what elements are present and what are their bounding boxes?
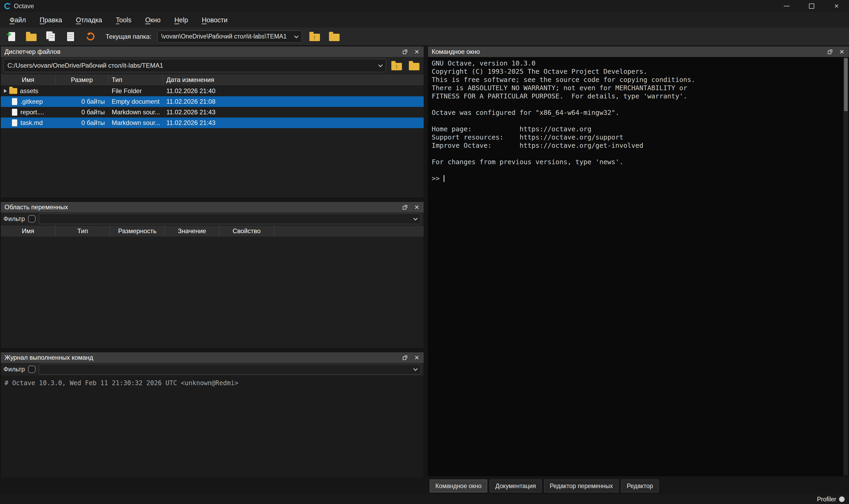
current-folder-combobox[interactable]: \vovan\OneDrive\Рабочий стол\it-labs\TEM… [157,31,302,43]
menu-news[interactable]: Новости [195,14,235,26]
terminal-line: Support resources: https://octave.org/su… [432,133,845,141]
dir-up-button[interactable]: ↑ [390,59,403,72]
chevron-down-icon [294,34,299,38]
browse-folder-button[interactable] [327,30,341,43]
command-window-panel: Командное окно × GNU Octave, version 10.… [428,46,849,476]
menu-help[interactable]: Help [167,14,195,26]
path-combobox[interactable]: C:/Users/vovan/OneDrive/Рабочий стол/it-… [3,59,386,72]
workspace-column-header-attribute[interactable]: Свойство [219,226,274,237]
terminal-line [432,150,845,158]
copy-icon [46,31,56,42]
scrollbar-thumb[interactable] [844,58,848,111]
workspace-column-header-class[interactable]: Тип [55,226,110,237]
current-folder-label: Текущая папка: [106,33,151,40]
maximize-icon [809,3,814,9]
close-panel-button[interactable]: × [412,203,421,212]
profiler-status-icon [839,496,845,502]
workspace-title: Область переменных [4,203,398,211]
files-column-header-name[interactable]: Имя [1,74,55,85]
open-file-button[interactable] [24,30,38,43]
history-list[interactable]: # Octave 10.3.0, Wed Feb 11 21:30:32 202… [1,376,424,478]
undock-button[interactable] [400,203,410,212]
filter-checkbox[interactable] [28,215,36,222]
dock-tabs: Командное окноДокументацияРедактор перем… [430,480,848,492]
minimize-button[interactable] [774,0,799,12]
maximize-button[interactable] [799,0,824,12]
menu-file[interactable]: Файл [3,14,33,26]
new-script-button[interactable]: + [5,30,19,43]
menu-tools[interactable]: Tools [109,14,138,26]
close-panel-button[interactable]: × [837,47,847,56]
folder-up-button[interactable]: ↑ [308,30,322,43]
undo-button[interactable] [83,30,97,43]
close-icon: × [414,47,419,56]
close-panel-button[interactable]: × [412,47,421,56]
tab-command-window[interactable]: Командное окно [430,480,487,492]
terminal-line [432,166,845,174]
history-titlebar[interactable]: Журнал выполненных команд × [1,352,424,363]
menu-debug[interactable]: Отладка [69,14,109,26]
chevron-down-icon [378,63,383,67]
files-column-header-modified[interactable]: Дата изменения [163,74,424,85]
workspace-titlebar[interactable]: Область переменных × [1,202,424,213]
terminal-line: For changes from previous versions, type… [432,158,845,166]
current-folder-value: \vovan\OneDrive\Рабочий стол\it-labs\TEM… [161,33,287,40]
folder-up-icon: ↑ [309,34,320,41]
paste-icon [67,32,74,41]
close-panel-button[interactable]: × [412,353,421,362]
terminal-prompt: >> [432,174,440,182]
filter-label: Фильтр [3,215,25,222]
filter-combobox[interactable] [39,364,421,375]
file-date: 11.02.2026 21:40 [163,86,424,96]
filter-checkbox[interactable] [28,365,36,373]
files-column-header-size[interactable]: Размер [55,74,109,85]
workspace-column-header-name[interactable]: Имя [1,226,55,237]
up-arrow-icon: ↑ [309,34,320,41]
terminal-line: Home page: https://octave.org [432,125,845,133]
menu-window[interactable]: Окно [138,14,167,26]
file-row[interactable]: assetsFile Folder11.02.2026 21:40 [1,86,424,96]
tab-documentation[interactable]: Документация [490,480,542,492]
terminal-line [432,117,845,125]
terminal-line: Octave was configured for "x86_64-w64-mi… [432,108,845,117]
tab-variable-editor[interactable]: Редактор переменных [544,480,618,492]
close-button[interactable]: × [824,0,849,12]
history-entry[interactable]: # Octave 10.3.0, Wed Feb 11 21:30:32 202… [4,379,420,387]
folder-sync-icon [409,63,419,70]
statusbar: Profiler [0,494,849,504]
copy-button[interactable] [44,30,58,43]
scrollbar-track[interactable] [844,57,848,475]
paste-button[interactable] [64,30,77,43]
files-column-header-type[interactable]: Тип [109,74,163,85]
workspace-column-header-dimension[interactable]: Размерность [110,226,165,237]
file-browser-titlebar[interactable]: Диспетчер файлов × [1,47,424,57]
undo-icon [85,32,95,42]
file-type: Markdown sour... [109,107,163,118]
set-browser-dir-button[interactable] [407,59,421,72]
terminal[interactable]: GNU Octave, version 10.3.0Copyright (C) … [428,57,849,476]
expand-icon[interactable] [4,89,7,93]
main-area: Диспетчер файлов × C:/Users/vovan/OneDri… [0,46,849,494]
file-row[interactable]: report....0 байтыMarkdown sour...11.02.2… [1,107,424,118]
file-row[interactable]: .gitkeep0 байтыEmpty document11.02.2026 … [1,96,424,107]
undock-button[interactable] [400,47,410,56]
tab-editor[interactable]: Редактор [621,480,658,492]
file-name-cell: task.md [1,118,55,128]
minimize-icon [784,6,790,6]
workspace-column-header-value[interactable]: Значение [165,226,219,237]
filter-combobox[interactable] [39,214,421,224]
window-title: Octave [14,2,34,10]
file-row[interactable]: task.md0 байтыMarkdown sour...11.02.2026… [1,118,424,128]
up-arrow-icon: ↑ [391,63,402,70]
close-icon: × [414,353,419,362]
file-name-cell: assets [1,86,55,96]
menu-edit[interactable]: Правка [33,14,69,26]
terminal-line: This is free software; see the source co… [432,76,845,84]
terminal-prompt-line[interactable]: >> [432,174,845,182]
undock-button[interactable] [400,353,410,362]
terminal-line: FITNESS FOR A PARTICULAR PURPOSE. For de… [432,92,845,100]
terminal-line: Copyright (C) 1993-2025 The Octave Proje… [432,67,845,76]
undock-button[interactable] [825,47,835,56]
open-folder-icon [26,34,37,41]
command-window-titlebar[interactable]: Командное окно × [428,47,849,57]
